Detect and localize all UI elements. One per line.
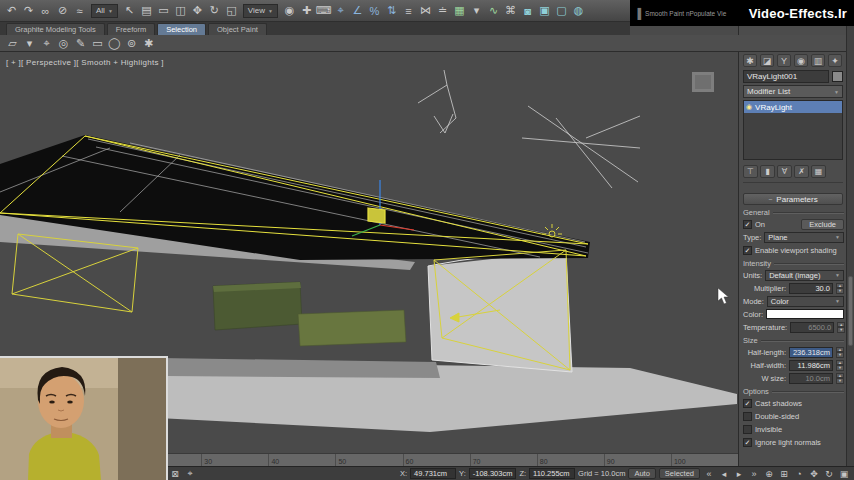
- lasso-select-icon[interactable]: ◯: [106, 34, 123, 52]
- timeline-tick[interactable]: 80: [537, 454, 604, 466]
- tab-object-paint[interactable]: Object Paint: [208, 23, 267, 35]
- timeline-tick[interactable]: 100: [671, 454, 738, 466]
- scrollbar-thumb[interactable]: [848, 276, 853, 346]
- render-setup-icon[interactable]: ▣: [536, 2, 553, 20]
- schematic-view-icon[interactable]: ⌘: [502, 2, 519, 20]
- motion-tab-icon[interactable]: ◉: [794, 54, 808, 67]
- tab-selection[interactable]: Selection: [157, 23, 206, 35]
- orbit-icon[interactable]: ↻: [823, 468, 835, 480]
- align-icon[interactable]: ≐: [434, 2, 451, 20]
- timeline-tick[interactable]: 90: [604, 454, 671, 466]
- previous-frame-icon[interactable]: ◂: [718, 468, 730, 480]
- temperature-field[interactable]: 6500.0: [790, 322, 834, 333]
- select-by-name-icon[interactable]: ▤: [138, 2, 155, 20]
- timeline-tick[interactable]: 70: [470, 454, 537, 466]
- maximize-viewport-icon[interactable]: ▣: [838, 468, 850, 480]
- modify-tab-icon[interactable]: ◪: [760, 54, 774, 67]
- configure-modifier-sets-button[interactable]: ▦: [811, 165, 826, 178]
- select-and-move-icon[interactable]: ✥: [189, 2, 206, 20]
- modifier-stack-item[interactable]: ◉ VRayLight: [744, 101, 842, 113]
- window-crossing-icon[interactable]: ◫: [172, 2, 189, 20]
- polygon-modeling-icon[interactable]: ▱: [4, 34, 21, 52]
- go-to-start-icon[interactable]: «: [703, 468, 715, 480]
- w-size-field[interactable]: 10.0cm: [789, 373, 833, 384]
- make-unique-button[interactable]: ∀: [777, 165, 792, 178]
- auto-key-button[interactable]: Auto: [628, 468, 655, 479]
- selection-filter-dropdown[interactable]: All▼: [91, 4, 118, 18]
- object-color-swatch[interactable]: [832, 71, 843, 82]
- select-tools-icon[interactable]: ✱: [140, 34, 157, 52]
- redo-icon[interactable]: ↷: [20, 2, 37, 20]
- temperature-spinner[interactable]: ▲▼: [837, 322, 845, 333]
- timeline-tick[interactable]: 30: [201, 454, 268, 466]
- half-width-spinner[interactable]: ▲▼: [836, 360, 844, 371]
- select-object-icon[interactable]: ↖: [121, 2, 138, 20]
- curve-editor-icon[interactable]: ∿: [485, 2, 502, 20]
- zoom-icon[interactable]: ⊕: [763, 468, 775, 480]
- z-coordinate-field[interactable]: 110.255cm: [529, 468, 575, 479]
- field-of-view-icon[interactable]: ◔: [793, 468, 805, 480]
- bind-to-space-warp-icon[interactable]: ≈: [71, 2, 88, 20]
- undo-icon[interactable]: ↶: [3, 2, 20, 20]
- type-dropdown[interactable]: Plane ▼: [764, 232, 844, 243]
- object-name-field[interactable]: VRayLight001: [743, 70, 829, 83]
- spline-helpers[interactable]: [418, 70, 640, 188]
- modifier-list-dropdown[interactable]: Modifier List ▼: [743, 85, 843, 98]
- named-selection-sets-icon[interactable]: ≡: [400, 2, 417, 20]
- snaps-toggle-icon[interactable]: ⌖: [332, 2, 349, 20]
- unlink-selection-icon[interactable]: ⊘: [54, 2, 71, 20]
- pan-icon[interactable]: ✥: [808, 468, 820, 480]
- absolute-mode-icon[interactable]: ⌖: [184, 468, 196, 480]
- zoom-extents-icon[interactable]: ⊞: [778, 468, 790, 480]
- half-length-spinner[interactable]: ▲▼: [836, 347, 844, 358]
- timeline-tick[interactable]: 40: [268, 454, 335, 466]
- keyboard-override-icon[interactable]: ⌨: [315, 2, 332, 20]
- material-editor-icon[interactable]: ◙: [519, 2, 536, 20]
- go-to-end-icon[interactable]: »: [748, 468, 760, 480]
- select-and-link-icon[interactable]: ∞: [37, 2, 54, 20]
- timeline-tick[interactable]: 60: [403, 454, 470, 466]
- panel-scrollbar[interactable]: [846, 26, 854, 466]
- pin-stack-button[interactable]: ⊤: [743, 165, 758, 178]
- tab-graphite-modeling-tools[interactable]: Graphite Modeling Tools: [6, 23, 105, 35]
- reference-coordinate-dropdown[interactable]: View▼: [243, 4, 278, 18]
- light-color-swatch[interactable]: [766, 309, 844, 319]
- utilities-tab-icon[interactable]: ✦: [828, 54, 842, 67]
- percent-snap-icon[interactable]: %: [366, 2, 383, 20]
- viewcube[interactable]: [692, 72, 714, 92]
- multiplier-spinner[interactable]: ▲▼: [836, 283, 844, 294]
- option-checkbox[interactable]: ✓: [743, 399, 752, 408]
- option-checkbox[interactable]: [743, 412, 752, 421]
- option-checkbox[interactable]: ✓: [743, 438, 752, 447]
- mode-dropdown[interactable]: Color ▼: [767, 296, 844, 307]
- angle-snap-icon[interactable]: ∠: [349, 2, 366, 20]
- rendered-frame-icon[interactable]: ▢: [553, 2, 570, 20]
- option-checkbox[interactable]: [743, 425, 752, 434]
- select-and-manipulate-icon[interactable]: ✚: [298, 2, 315, 20]
- layer-manager-icon[interactable]: ▦: [451, 2, 468, 20]
- show-end-result-button[interactable]: ▮: [760, 165, 775, 178]
- units-dropdown[interactable]: Default (image) ▼: [765, 270, 844, 281]
- select-and-scale-icon[interactable]: ◱: [223, 2, 240, 20]
- spinner-snap-icon[interactable]: ⇅: [383, 2, 400, 20]
- selection-lock-icon[interactable]: ⊠: [169, 468, 181, 480]
- play-icon[interactable]: ▸: [733, 468, 745, 480]
- y-coordinate-field[interactable]: -108.303cm: [469, 468, 517, 479]
- pivot-icon[interactable]: ⌖: [38, 34, 55, 52]
- exclude-button[interactable]: Exclude: [801, 219, 844, 230]
- hierarchy-tab-icon[interactable]: Y: [777, 54, 791, 67]
- couch-object[interactable]: [213, 282, 406, 346]
- brush-size-icon[interactable]: ⊚: [123, 34, 140, 52]
- paint-select-icon[interactable]: ✎: [72, 34, 89, 52]
- timeline-tick[interactable]: 50: [335, 454, 402, 466]
- select-and-rotate-icon[interactable]: ↻: [206, 2, 223, 20]
- parameters-rollout-header[interactable]: − Parameters: [743, 193, 843, 205]
- panel-options-icon[interactable]: ▾: [21, 34, 38, 52]
- graphite-toggle-icon[interactable]: ▾: [468, 2, 485, 20]
- selected-key-button[interactable]: Selected: [659, 468, 700, 479]
- display-tab-icon[interactable]: ▥: [811, 54, 825, 67]
- on-checkbox[interactable]: ✓: [743, 220, 752, 229]
- w-size-spinner[interactable]: ▲▼: [836, 373, 844, 384]
- remove-modifier-button[interactable]: ✗: [794, 165, 809, 178]
- create-tab-icon[interactable]: ✱: [743, 54, 757, 67]
